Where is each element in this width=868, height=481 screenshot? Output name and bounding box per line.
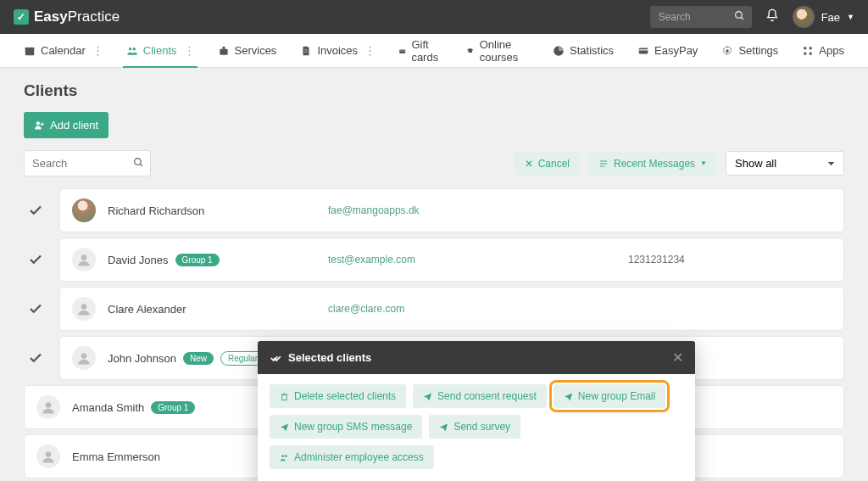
client-tag: New [183,352,214,365]
client-tag: Group 1 [175,254,220,266]
global-search-wrap [650,6,752,28]
chevron-down-icon: ▼ [847,13,854,21]
user-menu[interactable]: Fae ▼ [793,6,854,28]
nav-settings[interactable]: Settings [721,34,778,67]
client-name: Richard Richardson [108,204,328,217]
svg-rect-14 [804,47,807,49]
avatar [793,6,815,28]
svg-rect-12 [639,49,648,50]
modal-close-button[interactable]: ✕ [672,350,683,366]
new-group-email-button[interactable]: New group Email [554,384,665,408]
row-select-check[interactable] [24,301,47,316]
svg-point-34 [281,455,284,457]
send-survey-button[interactable]: Send survey [429,415,520,439]
row-select-check[interactable] [24,252,47,267]
check-icon [28,252,43,267]
send-icon [423,392,432,401]
svg-point-28 [81,353,87,359]
svg-point-29 [46,402,52,408]
svg-point-5 [132,47,136,50]
modal-header: Selected clients ✕ [258,341,695,374]
client-search-input[interactable] [24,150,151,176]
filter-select[interactable]: Show all [726,151,844,176]
send-icon [439,422,448,432]
check-icon: ✓ [14,9,29,25]
avatar [72,199,96,222]
recent-messages-button[interactable]: Recent Messages▼ [588,152,717,176]
client-email: test@example.com [328,254,628,266]
send-consent-button[interactable]: Send consent request [413,384,547,408]
svg-rect-17 [810,52,812,54]
avatar [72,248,96,271]
nav-clients[interactable]: Clients⋮ [126,34,194,67]
send-icon [280,422,289,432]
nav-apps[interactable]: Apps [802,34,844,67]
svg-point-35 [285,455,287,457]
people-icon [280,453,289,462]
svg-point-0 [735,12,742,19]
check-all-icon [270,352,281,364]
brand-logo[interactable]: ✓ EasyPractice [14,8,120,25]
new-group-sms-button[interactable]: New group SMS message [270,415,422,439]
cancel-selection-button[interactable]: ✕Cancel [515,152,580,176]
check-icon [28,203,43,218]
client-row: David JonesGroup 1test@example.com123123… [24,238,844,282]
search-icon [133,157,144,171]
main-nav: Calendar⋮ Clients⋮ Services Invoices⋮ Gi… [0,34,868,68]
avatar [36,395,60,419]
client-card[interactable]: Clare Alexanderclare@clare.com [59,287,844,331]
svg-point-21 [135,158,142,165]
svg-rect-6 [220,48,227,54]
search-icon [734,10,745,24]
avatar [72,346,96,370]
client-row: Clare Alexanderclare@clare.com [24,287,844,331]
svg-rect-31 [282,394,287,400]
nav-easypay[interactable]: EasyPay [637,34,698,67]
topbar: ✓ EasyPractice Fae ▼ [0,0,868,34]
svg-point-30 [46,451,52,457]
svg-rect-3 [25,47,35,48]
svg-point-27 [81,304,87,310]
client-card[interactable]: Richard Richardsonfae@mangoapps.dk [59,188,844,232]
notifications-icon[interactable] [765,8,779,25]
svg-point-4 [129,47,132,50]
row-select-check[interactable] [24,203,47,218]
svg-rect-11 [639,48,648,53]
svg-line-1 [741,17,743,20]
check-icon [28,350,43,366]
check-icon [28,301,43,316]
delete-selected-button[interactable]: Delete selected clients [270,384,406,408]
nav-giftcards[interactable]: Gift cards [398,34,442,67]
modal-title: Selected clients [288,351,371,364]
svg-rect-15 [810,47,812,49]
svg-line-22 [140,164,142,166]
svg-rect-9 [399,49,405,53]
client-email: clare@clare.com [328,303,628,315]
nav-calendar[interactable]: Calendar⋮ [24,34,103,67]
administer-access-button[interactable]: Administer employee access [270,445,434,469]
client-phone: 1231231234 [628,254,832,266]
brand-strong: Easy [34,8,68,25]
close-icon: ✕ [525,158,533,170]
client-tag: Group 1 [151,401,195,414]
avatar [36,445,60,468]
send-icon [564,392,573,401]
client-card[interactable]: David JonesGroup 1test@example.com123123… [59,238,844,282]
client-row: Richard Richardsonfae@mangoapps.dk [24,188,844,232]
client-email: fae@mangoapps.dk [328,204,628,216]
add-client-button[interactable]: Add client [24,112,108,138]
trash-icon [280,392,289,401]
nav-invoices[interactable]: Invoices⋮ [300,34,375,67]
user-name: Fae [821,11,840,24]
svg-point-26 [81,254,87,260]
client-name: Clare Alexander [108,303,328,316]
client-name: David JonesGroup 1 [108,254,328,266]
nav-statistics[interactable]: Statistics [553,34,614,67]
nav-services[interactable]: Services [218,34,277,67]
row-select-check[interactable] [24,350,47,366]
nav-onlinecourses[interactable]: Online courses [466,34,529,67]
topbar-right: Fae ▼ [650,6,854,28]
chevron-down-icon: ▼ [700,159,707,167]
page-title: Clients [24,81,844,100]
list-toolbar: ✕Cancel Recent Messages▼ Show all [24,150,844,176]
